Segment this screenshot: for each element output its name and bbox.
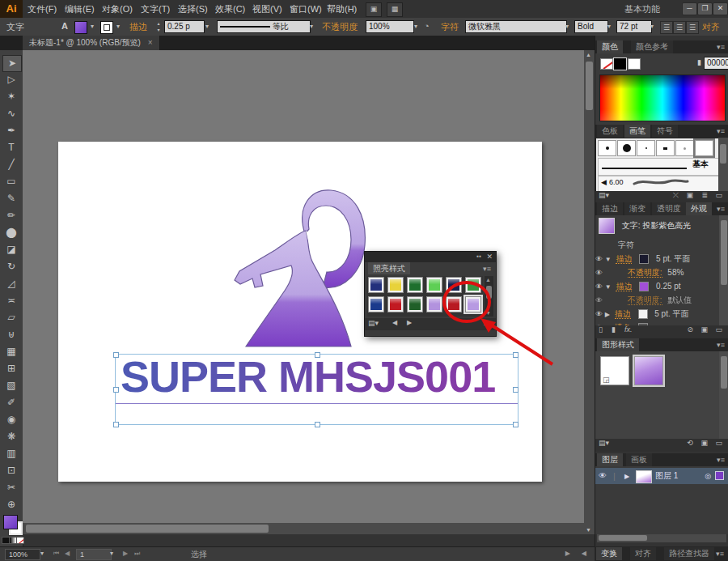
v-scroll-thumb[interactable]: [586, 62, 593, 110]
style-swatch[interactable]: [368, 296, 384, 312]
menu-effect[interactable]: 效果(C): [212, 0, 248, 18]
stroke-row-2[interactable]: 👁 ▼ 描边 0.25 pt: [595, 279, 719, 293]
layer-row[interactable]: 👁 | ▶ 图层 1 ◎: [595, 468, 728, 484]
align-right-icon[interactable]: ☰: [686, 21, 699, 34]
visibility-eye-icon[interactable]: 👁: [595, 269, 603, 277]
font-size-dropdown-icon[interactable]: ▾: [647, 20, 657, 33]
minimize-icon[interactable]: ─: [682, 2, 697, 15]
style-swatch[interactable]: [368, 277, 384, 293]
profile-dropdown-icon[interactable]: ▾: [307, 20, 316, 33]
style-swatch[interactable]: [407, 277, 423, 293]
appearance-panel-menu-icon[interactable]: ▾≡: [714, 204, 727, 214]
blend-tool-icon[interactable]: ◉: [2, 412, 20, 427]
expand-arrow-icon[interactable]: ▼: [605, 283, 612, 291]
library-scrollbar[interactable]: ▲ ▼: [485, 276, 493, 317]
stroke-swatch-1[interactable]: [639, 254, 649, 264]
menu-type[interactable]: 文字(T): [138, 0, 173, 18]
brushes-scrollbar[interactable]: [718, 138, 728, 191]
brush-item[interactable]: [675, 140, 694, 156]
stroke-link-1[interactable]: 描边: [616, 254, 632, 264]
visibility-eye-icon[interactable]: 👁: [595, 310, 603, 318]
pencil-tool-icon[interactable]: ✏: [2, 208, 20, 223]
opacity-link-2[interactable]: 不透明度:: [628, 295, 662, 305]
layer-name[interactable]: 图层 1: [655, 468, 678, 484]
default-style-thumb[interactable]: ◲: [600, 356, 629, 385]
menu-file[interactable]: 文件(F): [24, 0, 60, 18]
arrange-documents-icon[interactable]: ▦: [387, 2, 403, 17]
tab-color[interactable]: 颜色: [597, 40, 623, 53]
magic-wand-tool-icon[interactable]: ✶: [2, 89, 20, 104]
logo-text[interactable]: SUPER MHSJS001: [121, 351, 495, 402]
perspective-grid-tool-icon[interactable]: ▦: [2, 344, 20, 359]
color-panel-menu-icon[interactable]: ▾≡: [714, 42, 727, 52]
variable-width-profile[interactable]: 等比: [217, 20, 311, 33]
handle-mid-right[interactable]: [513, 387, 518, 393]
opacity-field[interactable]: 100%: [366, 20, 414, 33]
handle-top-left[interactable]: [113, 352, 119, 358]
clear-appearance-icon[interactable]: ⊘: [687, 325, 693, 334]
stroke-panel-link[interactable]: 描边: [129, 18, 147, 36]
h-scroll-thumb[interactable]: [26, 525, 269, 533]
tab-close-icon[interactable]: ×: [148, 38, 153, 47]
purple-style-thumb-selected[interactable]: [634, 356, 663, 385]
style-swatch[interactable]: [446, 277, 462, 293]
style-swatch[interactable]: [426, 277, 442, 293]
last-artboard-icon[interactable]: ⏭: [134, 550, 140, 558]
stroke-row-3[interactable]: 👁 ▶ 描边 5 pt. 平面: [595, 307, 719, 321]
stroke-link-2[interactable]: 描边: [616, 282, 632, 291]
tab-artboards[interactable]: 画板: [626, 453, 652, 466]
stroke-width-field[interactable]: 0.25 p: [164, 20, 205, 33]
brush-item[interactable]: [656, 140, 675, 156]
tab-pathfinder[interactable]: 路径查找器: [664, 547, 714, 560]
calligraphic-brush-row[interactable]: ◀ 6.00: [598, 176, 719, 192]
zoom-dropdown-icon[interactable]: ▾: [40, 550, 44, 557]
menu-view[interactable]: 视图(V): [249, 0, 286, 18]
brush-item-selected[interactable]: [695, 140, 713, 156]
eraser-tool-icon[interactable]: ◪: [2, 242, 20, 257]
horizontal-scrollbar[interactable]: [23, 523, 584, 534]
lasso-tool-icon[interactable]: ∿: [2, 106, 20, 121]
stroke-link-3[interactable]: 描边: [615, 309, 631, 319]
brush-item[interactable]: [617, 140, 636, 156]
character-color-icon[interactable]: A: [61, 21, 68, 31]
break-link-style-icon[interactable]: ⟲: [687, 439, 693, 447]
white-swatch[interactable]: [628, 58, 641, 70]
artboard-dropdown-icon[interactable]: ▾: [110, 550, 113, 557]
zoom-tool-icon[interactable]: ⊕: [2, 497, 20, 512]
characters-row[interactable]: 字符: [595, 238, 719, 252]
layer-expand-icon[interactable]: ▶: [624, 469, 629, 485]
artboard-tool-icon[interactable]: ⊡: [2, 463, 20, 478]
direct-selection-tool-icon[interactable]: ▷: [2, 72, 20, 87]
stroke-row-1[interactable]: 👁 ▼ 描边 5 pt. 平面: [595, 252, 719, 266]
stroke-swatch-2[interactable]: [639, 282, 649, 291]
v-scroll-up-icon[interactable]: ▲: [586, 52, 591, 57]
paintbrush-tool-icon[interactable]: ✎: [2, 191, 20, 206]
rotate-tool-icon[interactable]: ↻: [2, 259, 20, 274]
font-family-field[interactable]: 微软雅黑: [465, 20, 567, 33]
canvas-area[interactable]: SUPER MHSJS001 ▪▪ ✕ 照亮样式 ▾≡: [23, 50, 584, 534]
none-button-icon[interactable]: [16, 537, 24, 544]
visibility-eye-icon[interactable]: 👁: [595, 283, 603, 291]
visibility-eye-icon[interactable]: 👁: [595, 255, 603, 263]
scroll-right-icon[interactable]: ▶: [565, 550, 570, 557]
tab-color-guide[interactable]: 颜色参考: [631, 40, 673, 53]
brushes-panel-menu-icon[interactable]: ▾≡: [714, 126, 727, 136]
opacity-link-1[interactable]: 不透明度:: [628, 268, 662, 278]
style-swatch[interactable]: [407, 296, 423, 312]
text-selection-box[interactable]: SUPER MHSJS001: [115, 354, 518, 425]
library-scroll-thumb[interactable]: [486, 286, 492, 299]
appearance-scrollbar[interactable]: [719, 215, 728, 325]
style-swatch[interactable]: [387, 296, 404, 312]
tab-swatches[interactable]: 色板: [597, 125, 623, 138]
new-brush-icon[interactable]: ≣: [701, 191, 708, 199]
recolor-artwork-icon[interactable]: ◔: [424, 21, 430, 31]
grayscale-slider-icon[interactable]: ▮: [697, 58, 701, 66]
line-segment-tool-icon[interactable]: ╱: [2, 157, 20, 172]
scroll-left-icon[interactable]: ◀: [582, 550, 586, 557]
prev-artboard-icon[interactable]: ◀: [65, 550, 70, 557]
add-fill-icon[interactable]: ▮: [612, 325, 616, 334]
next-library-icon[interactable]: ▶: [407, 319, 412, 326]
align-center-icon[interactable]: ☰: [673, 21, 686, 34]
font-style-dropdown-icon[interactable]: ▾: [604, 20, 614, 33]
rectangle-tool-icon[interactable]: ▭: [2, 174, 20, 189]
